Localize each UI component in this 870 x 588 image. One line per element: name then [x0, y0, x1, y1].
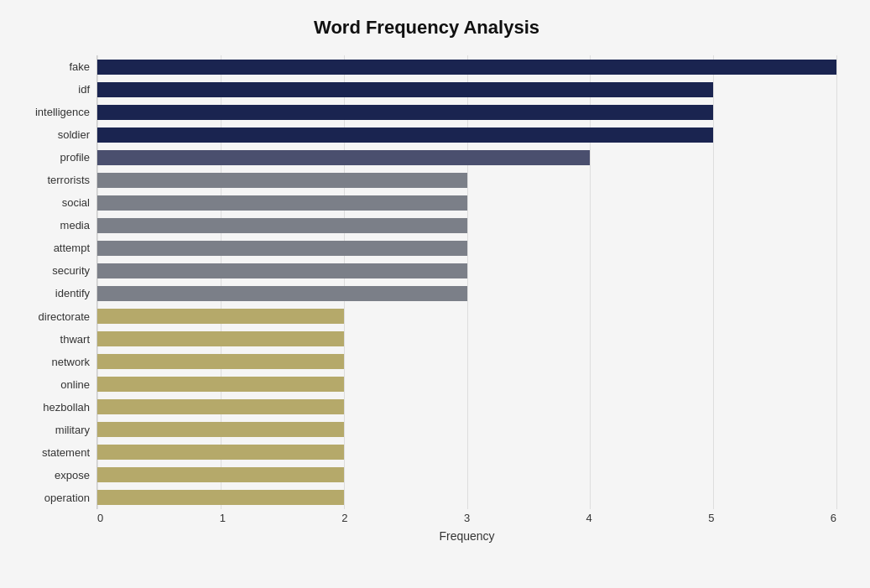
y-label: military [55, 424, 90, 435]
chart-area: fakeidfintelligencesoldierprofileterrori… [17, 55, 836, 509]
y-label: profile [60, 152, 90, 163]
bar-row [97, 58, 836, 76]
grid-line [221, 55, 221, 509]
x-tick: 5 [708, 512, 714, 524]
chart-title: Word Frequency Analysis [17, 17, 836, 39]
bar [97, 467, 344, 482]
bar-row [97, 262, 836, 280]
y-label: attempt [54, 242, 90, 253]
bar-row [97, 375, 836, 393]
y-label: operation [44, 492, 90, 503]
bar-row [97, 148, 836, 167]
y-label: fake [69, 61, 90, 72]
bar [97, 422, 344, 437]
chart-container: Word Frequency Analysis fakeidfintellige… [0, 0, 870, 588]
bar-row [97, 239, 836, 258]
y-label: statement [42, 447, 90, 458]
bar [97, 127, 713, 143]
y-label: network [51, 356, 90, 367]
y-label: idf [78, 84, 90, 95]
bars-area: 0123456Frequency [96, 55, 836, 509]
bar [97, 286, 467, 301]
bar [97, 377, 344, 392]
x-tick: 1 [220, 512, 226, 524]
y-label: social [62, 197, 90, 208]
bar [97, 331, 344, 346]
x-axis: 0123456Frequency [97, 512, 836, 543]
y-label: online [60, 379, 90, 390]
bar [97, 490, 344, 505]
x-tick: 3 [464, 512, 470, 524]
bar [97, 241, 467, 256]
grid-line [97, 55, 98, 509]
bar-row [97, 330, 836, 348]
y-label: security [52, 265, 90, 276]
bar-row [97, 443, 836, 461]
bar-row [97, 398, 836, 416]
grid-line [590, 55, 591, 509]
x-tick: 4 [586, 512, 592, 524]
grid-line [344, 55, 345, 509]
bar [97, 105, 713, 120]
x-ticks: 0123456 [97, 512, 836, 524]
bar-row [97, 171, 836, 190]
bar-row [97, 216, 836, 235]
bar [97, 445, 344, 460]
bar [97, 263, 467, 278]
y-label: media [60, 220, 90, 231]
bar-row [97, 488, 836, 507]
y-label: thwart [60, 334, 90, 345]
bar-row [97, 307, 836, 325]
grid-line [467, 55, 468, 509]
y-label: intelligence [35, 107, 90, 117]
bar-row [97, 420, 836, 439]
x-tick: 0 [97, 512, 103, 524]
bar-row [97, 284, 836, 303]
y-label: terrorists [47, 174, 90, 185]
bar-row [97, 126, 836, 144]
x-tick: 2 [341, 512, 347, 524]
bar [97, 82, 713, 97]
y-label: identify [55, 288, 90, 299]
y-label: soldier [58, 129, 90, 140]
grid-line [836, 55, 837, 509]
y-axis: fakeidfintelligencesoldierprofileterrori… [17, 55, 96, 509]
bar [97, 173, 467, 188]
bar [97, 150, 590, 165]
y-label: expose [55, 470, 90, 481]
y-label: hezbollah [43, 402, 90, 413]
bar-row [97, 466, 836, 484]
bar-row [97, 81, 836, 99]
x-axis-label: Frequency [439, 529, 494, 543]
x-tick: 6 [831, 512, 836, 524]
grid-line [713, 55, 714, 509]
y-label: directorate [39, 311, 90, 322]
bar-row [97, 352, 836, 371]
bar [97, 60, 836, 75]
bar [97, 354, 344, 369]
bar [97, 309, 344, 324]
bar [97, 399, 344, 414]
bar [97, 195, 467, 211]
bar-row [97, 194, 836, 212]
bar-row [97, 103, 836, 122]
bar [97, 218, 467, 233]
